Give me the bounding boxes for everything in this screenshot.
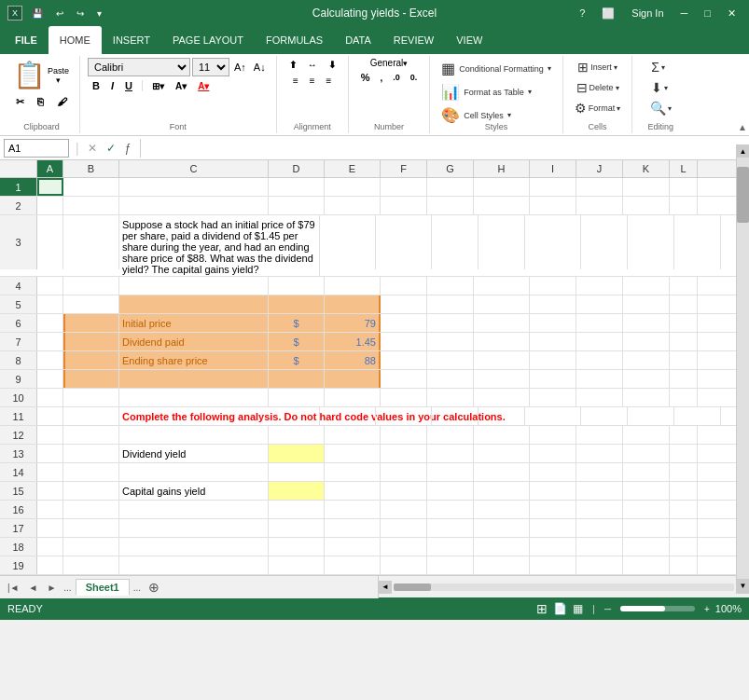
cell-f18[interactable] <box>381 538 427 556</box>
percent-button[interactable]: % <box>356 70 375 85</box>
cell-c5[interactable] <box>119 295 269 313</box>
help-button[interactable]: ? <box>574 6 590 21</box>
comma-button[interactable]: , <box>375 70 387 85</box>
cell-l4[interactable] <box>670 277 698 295</box>
row-num-11[interactable]: 11 <box>0 407 37 425</box>
cell-g6[interactable] <box>427 314 474 332</box>
cell-f19[interactable] <box>381 556 427 574</box>
cell-g14[interactable] <box>427 463 474 481</box>
cell-h6[interactable] <box>474 314 530 332</box>
cell-d8[interactable]: $ <box>269 351 325 369</box>
restore-ribbon-button[interactable]: ⬜ <box>596 6 620 21</box>
find-select-button[interactable]: 🔍 ▾ <box>646 99 675 117</box>
row-num-16[interactable]: 16 <box>0 501 37 518</box>
cell-c17[interactable] <box>119 519 269 537</box>
sheet-nav-prev-button[interactable]: ◄ <box>25 581 42 595</box>
align-left-button[interactable]: ≡ <box>288 74 303 88</box>
cell-i14[interactable] <box>530 463 576 481</box>
cell-g5[interactable] <box>427 295 474 313</box>
row-num-6[interactable]: 6 <box>0 314 37 332</box>
cell-j9[interactable] <box>576 370 623 388</box>
cell-l19[interactable] <box>670 556 698 574</box>
font-size-select[interactable]: 11 <box>192 58 229 76</box>
format-painter-button[interactable]: 🖌 <box>52 94 72 110</box>
format-as-table-button[interactable]: 📊 Format as Table ▾ <box>437 81 534 103</box>
cell-e8[interactable]: 88 <box>325 351 381 369</box>
number-format-dropdown[interactable]: ▾ <box>403 59 408 68</box>
cell-g9[interactable] <box>427 370 474 388</box>
col-header-d[interactable]: D <box>269 160 325 177</box>
col-header-f[interactable]: F <box>381 160 427 177</box>
cell-h8[interactable] <box>474 351 530 369</box>
cell-c2[interactable] <box>119 197 269 214</box>
cell-g4[interactable] <box>427 277 474 295</box>
cell-a2[interactable] <box>37 197 63 214</box>
sheet-nav-first-button[interactable]: |◄ <box>4 581 23 595</box>
cell-j4[interactable] <box>576 277 623 295</box>
cell-d4[interactable] <box>269 277 325 295</box>
cell-k14[interactable] <box>623 463 670 481</box>
col-header-i[interactable]: I <box>530 160 576 177</box>
cell-j11[interactable] <box>628 407 674 425</box>
cell-h11[interactable] <box>525 407 581 425</box>
cell-h2[interactable] <box>474 197 530 214</box>
zoom-in-button[interactable]: + <box>704 604 710 614</box>
cell-i5[interactable] <box>530 295 576 313</box>
tab-review[interactable]: REVIEW <box>382 26 445 54</box>
cell-g12[interactable] <box>427 426 474 444</box>
tab-formulas[interactable]: FORMULAS <box>255 26 334 54</box>
cell-i12[interactable] <box>530 426 576 444</box>
cell-b17[interactable] <box>63 519 119 537</box>
cell-e1[interactable] <box>325 178 381 196</box>
cell-i8[interactable] <box>530 351 576 369</box>
formula-input[interactable] <box>146 142 745 155</box>
cell-j8[interactable] <box>576 351 623 369</box>
cell-c6[interactable]: Initial price <box>119 314 269 332</box>
cell-f11[interactable] <box>432 407 479 425</box>
cell-h1[interactable] <box>474 178 530 196</box>
row-num-2[interactable]: 2 <box>0 197 37 214</box>
insert-function-button[interactable]: ƒ <box>121 142 135 155</box>
cell-j19[interactable] <box>576 556 623 574</box>
insert-cells-dropdown[interactable]: ▾ <box>614 63 617 72</box>
cell-a12[interactable] <box>37 426 63 444</box>
cell-l8[interactable] <box>670 351 698 369</box>
paste-dropdown[interactable]: ▾ <box>56 75 61 85</box>
confirm-formula-button[interactable]: ✓ <box>103 142 119 155</box>
cell-g17[interactable] <box>427 519 474 537</box>
cell-c15[interactable]: Capital gains yield <box>119 482 269 500</box>
cell-d10[interactable] <box>269 389 325 406</box>
cell-h5[interactable] <box>474 295 530 313</box>
cell-f4[interactable] <box>381 277 427 295</box>
cell-k17[interactable] <box>623 519 670 537</box>
cell-d1[interactable] <box>269 178 325 196</box>
cell-l13[interactable] <box>670 445 698 462</box>
cell-h13[interactable] <box>474 445 530 462</box>
row-num-14[interactable]: 14 <box>0 463 37 481</box>
cell-i2[interactable] <box>530 197 576 214</box>
cell-j17[interactable] <box>576 519 623 537</box>
format-cells-dropdown[interactable]: ▾ <box>617 104 620 113</box>
cell-b5[interactable] <box>63 295 119 313</box>
cell-i19[interactable] <box>530 556 576 574</box>
cell-a18[interactable] <box>37 538 63 556</box>
cell-l7[interactable] <box>670 333 698 350</box>
cell-k16[interactable] <box>623 501 670 518</box>
cell-g18[interactable] <box>427 538 474 556</box>
ribbon-collapse-button[interactable]: ▲ <box>738 120 747 133</box>
align-bottom-button[interactable]: ⬇ <box>324 58 340 72</box>
cell-f13[interactable] <box>381 445 427 462</box>
cell-d16[interactable] <box>269 501 325 518</box>
cell-e3[interactable] <box>376 215 432 269</box>
paste-button[interactable]: 📋 Paste ▾ <box>11 58 71 92</box>
underline-button[interactable]: U <box>120 78 137 93</box>
cell-h19[interactable] <box>474 556 530 574</box>
save-qat-button[interactable]: 💾 <box>28 7 47 21</box>
select-all-button[interactable] <box>0 160 37 177</box>
cell-l1[interactable] <box>670 178 698 196</box>
col-header-b[interactable]: B <box>63 160 119 177</box>
fill-button[interactable]: ⬇ ▾ <box>647 78 673 97</box>
cell-styles-dropdown[interactable]: ▾ <box>507 111 511 119</box>
cell-c10[interactable] <box>119 389 269 406</box>
cell-j1[interactable] <box>576 178 623 196</box>
